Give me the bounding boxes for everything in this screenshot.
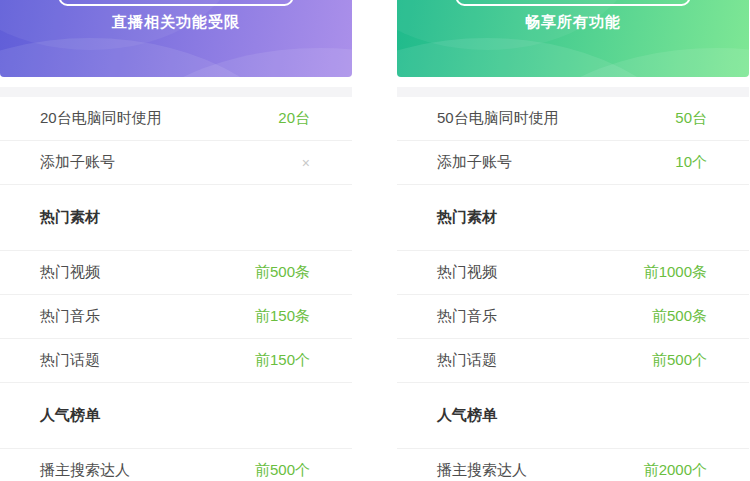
feature-label: 50台电脑同时使用 — [437, 109, 559, 128]
feature-label: 热门视频 — [40, 263, 100, 282]
x-mark-icon: × — [302, 155, 310, 171]
feature-table-full: 50台电脑同时使用 50台 添加子账号 10个 热门素材 热门视频 前1000条… — [397, 97, 749, 481]
plan-header-limited: 直播相关功能受限 — [0, 0, 352, 77]
feature-row: 添加子账号 × — [0, 141, 352, 185]
feature-label: 添加子账号 — [40, 153, 115, 172]
feature-label: 热门音乐 — [40, 307, 100, 326]
section-row: 人气榜单 — [0, 383, 352, 449]
feature-value: 前150个 — [255, 351, 310, 370]
section-gap — [397, 87, 749, 97]
feature-row: 播主搜索达人 前500个 — [0, 449, 352, 481]
section-row: 热门素材 — [397, 185, 749, 251]
feature-value: 前150条 — [255, 307, 310, 326]
feature-label: 热门话题 — [437, 351, 497, 370]
feature-value: 前2000个 — [644, 461, 707, 480]
plan-header-full: 畅享所有功能 — [397, 0, 749, 77]
feature-label: 播主搜索达人 — [40, 461, 130, 480]
feature-table-limited: 20台电脑同时使用 20台 添加子账号 × 热门素材 热门视频 前500条 热门… — [0, 97, 352, 481]
feature-label: 热门话题 — [40, 351, 100, 370]
feature-row: 50台电脑同时使用 50台 — [397, 97, 749, 141]
plan-button-outline[interactable] — [456, 0, 691, 6]
feature-label: 播主搜索达人 — [437, 461, 527, 480]
feature-row: 热门话题 前500个 — [397, 339, 749, 383]
feature-value: 10个 — [675, 153, 707, 172]
feature-value: 20台 — [278, 109, 310, 128]
plan-column-limited: 直播相关功能受限 20台电脑同时使用 20台 添加子账号 × 热门素材 热门视频… — [0, 0, 352, 481]
plan-column-full: 畅享所有功能 50台电脑同时使用 50台 添加子账号 10个 热门素材 热门视频… — [397, 0, 749, 481]
feature-value: 50台 — [675, 109, 707, 128]
feature-row: 添加子账号 10个 — [397, 141, 749, 185]
feature-value: 前500个 — [652, 351, 707, 370]
header-gap — [0, 77, 352, 87]
feature-label: 热门音乐 — [437, 307, 497, 326]
section-row: 热门素材 — [0, 185, 352, 251]
section-row: 人气榜单 — [397, 383, 749, 449]
feature-row: 热门音乐 前150条 — [0, 295, 352, 339]
plan-banner-title: 直播相关功能受限 — [0, 13, 352, 32]
feature-label: 添加子账号 — [437, 153, 512, 172]
section-label: 热门素材 — [40, 208, 100, 227]
feature-row: 播主搜索达人 前2000个 — [397, 449, 749, 481]
feature-value: 前500条 — [652, 307, 707, 326]
feature-row: 20台电脑同时使用 20台 — [0, 97, 352, 141]
feature-label: 热门视频 — [437, 263, 497, 282]
feature-row: 热门视频 前500条 — [0, 251, 352, 295]
plan-button-outline[interactable] — [59, 0, 294, 6]
feature-row: 热门视频 前1000条 — [397, 251, 749, 295]
feature-value: 前500条 — [255, 263, 310, 282]
section-label: 热门素材 — [437, 208, 497, 227]
header-gap — [397, 77, 749, 87]
feature-row: 热门话题 前150个 — [0, 339, 352, 383]
section-label: 人气榜单 — [40, 406, 100, 425]
section-label: 人气榜单 — [437, 406, 497, 425]
feature-row: 热门音乐 前500条 — [397, 295, 749, 339]
feature-label: 20台电脑同时使用 — [40, 109, 162, 128]
plan-comparison: 直播相关功能受限 20台电脑同时使用 20台 添加子账号 × 热门素材 热门视频… — [0, 0, 750, 481]
feature-value: 前1000条 — [644, 263, 707, 282]
plan-banner-title: 畅享所有功能 — [397, 13, 749, 32]
section-gap — [0, 87, 352, 97]
feature-value: 前500个 — [255, 461, 310, 480]
